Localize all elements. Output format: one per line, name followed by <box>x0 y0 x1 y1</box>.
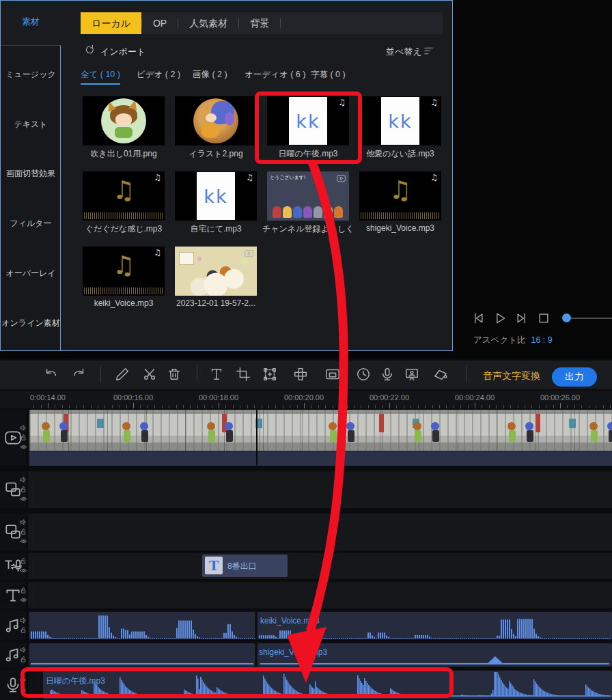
add-text-button[interactable] <box>209 367 224 382</box>
track-7-lane[interactable]: shigeki_Voice.mp3 <box>28 643 612 667</box>
track-8-lane[interactable]: 日曜の午後.mp3 <box>28 670 612 700</box>
character-sprite <box>507 422 516 442</box>
lock-open-icon[interactable] <box>20 626 27 634</box>
filter-tab-2[interactable]: 画像 ( 2 ) <box>193 69 227 83</box>
filter-tab-3[interactable]: オーディオ ( 6 ) <box>245 69 305 83</box>
edit-button[interactable] <box>115 367 130 382</box>
eye-icon[interactable] <box>20 596 27 604</box>
track-2-lane[interactable] <box>28 471 612 508</box>
stop-button[interactable] <box>537 311 551 325</box>
record-voice-button[interactable] <box>380 367 395 382</box>
undo-button[interactable] <box>44 367 59 382</box>
track-3-lane[interactable] <box>28 514 612 550</box>
text-clip[interactable]: T8番出口 <box>202 555 288 577</box>
import-icon[interactable] <box>83 44 95 56</box>
music-note-icon: ♫ <box>338 98 346 107</box>
track-5-lane[interactable] <box>28 582 612 608</box>
lock-open-icon[interactable] <box>20 557 27 565</box>
previous-frame-icon <box>471 311 485 325</box>
filter-tab-4[interactable]: 字幕 ( 0 ) <box>311 69 346 83</box>
timeline-ruler[interactable]: 0:00:14.0000:00:16.0000:00:18.0000:00:20… <box>0 391 612 408</box>
transform-button[interactable] <box>262 367 277 382</box>
eye-icon[interactable] <box>20 443 27 451</box>
speaker-icon[interactable] <box>20 424 27 432</box>
sidebar-item-2[interactable]: 画面切替効果 <box>1 168 61 180</box>
speaker-icon[interactable] <box>20 518 27 526</box>
export-button[interactable]: 出力 <box>552 367 597 387</box>
sidebar-item-5[interactable]: オンライン素材 <box>1 318 61 329</box>
pip-button[interactable] <box>325 367 340 382</box>
eye-icon[interactable] <box>20 567 27 574</box>
media-item-7[interactable]: とうございます!チャンネル登録よろしく... <box>267 171 349 221</box>
speaker-icon[interactable] <box>20 476 27 484</box>
track-header-6 <box>0 611 27 640</box>
split-arrange-button[interactable] <box>293 367 308 382</box>
ruler-tick <box>460 405 461 408</box>
lock-open-icon[interactable] <box>20 587 27 594</box>
redo-button[interactable] <box>71 367 86 382</box>
speaker-icon[interactable] <box>20 646 27 654</box>
media-item-8[interactable]: ♫♫shigeki_Voice.mp3 <box>359 171 441 221</box>
ruler-tick <box>574 405 575 408</box>
screen-record-icon <box>404 367 419 382</box>
tab-人気素材[interactable]: 人気素材 <box>178 12 238 34</box>
split-arrange-icon <box>293 367 308 382</box>
eye-icon[interactable] <box>20 495 27 503</box>
speaker-icon[interactable] <box>20 617 27 624</box>
preview-slider-track[interactable] <box>571 318 612 319</box>
video-clip-filmstrip[interactable] <box>29 410 612 451</box>
lock-open-icon[interactable] <box>20 528 27 535</box>
import-button[interactable]: インポート <box>100 46 145 58</box>
character-sprite <box>225 422 234 442</box>
media-item-5[interactable]: ♫♫ぐだぐだな感じ.mp3 <box>83 171 165 221</box>
media-item-thumbnail: kk♫ <box>267 96 349 145</box>
lock-open-icon[interactable] <box>20 656 27 663</box>
next-frame-button[interactable] <box>515 311 529 325</box>
ruler-tick <box>69 405 70 408</box>
ruler-tick <box>596 405 596 408</box>
tab-背景[interactable]: 背景 <box>239 12 280 34</box>
speaker-icon[interactable] <box>20 676 27 684</box>
speech-to-text-button[interactable]: 音声文字変換 <box>483 370 540 382</box>
tab-OP[interactable]: OP <box>142 12 178 34</box>
media-item-6[interactable]: kk♫自宅にて.mp3 <box>175 171 257 221</box>
character-sprite <box>431 422 440 442</box>
sort-icon[interactable] <box>423 45 434 57</box>
media-item-9[interactable]: ♫♫keiki_Voice.mp3 <box>83 247 165 296</box>
sidebar-item-1[interactable]: テキスト <box>1 119 61 130</box>
previous-frame-button[interactable] <box>471 311 485 325</box>
ruler-tick <box>190 405 191 408</box>
media-item-1[interactable]: 吹き出し01用.png <box>83 96 165 145</box>
lock-open-icon[interactable] <box>20 686 27 693</box>
sidebar-item-4[interactable]: オーバーレイ <box>1 268 61 279</box>
media-item-4[interactable]: kk♫他愛のない話.mp3 <box>359 96 441 145</box>
play-button[interactable] <box>493 311 507 325</box>
filter-tab-0[interactable]: 全て ( 10 ) <box>81 69 120 85</box>
eye-icon[interactable] <box>20 537 27 545</box>
sidebar-item-material[interactable]: 素材 <box>1 16 61 28</box>
aspect-ratio-value[interactable]: 16 : 9 <box>531 335 552 345</box>
track-1-lane[interactable] <box>28 410 612 466</box>
media-item-3[interactable]: kk♫日曜の午後.mp3 <box>267 96 349 145</box>
media-item-2[interactable]: イラスト2.png <box>175 96 257 145</box>
delete-button[interactable] <box>167 367 182 382</box>
filter-tab-1[interactable]: ビデオ ( 2 ) <box>137 69 180 83</box>
lock-open-icon[interactable] <box>20 434 27 441</box>
crop-button[interactable] <box>236 367 251 382</box>
toolbar-divider <box>100 366 101 382</box>
cut-button[interactable] <box>142 367 157 382</box>
track-4-lane[interactable]: T8番出口 <box>28 553 612 579</box>
unlock-icon <box>20 557 27 565</box>
sort-button[interactable]: 並べ替え <box>386 46 422 58</box>
track-6-lane[interactable]: keiki_Voice.mp3 <box>28 611 612 640</box>
chroma-key-button[interactable] <box>433 367 448 382</box>
screen-record-button[interactable] <box>404 367 419 382</box>
preview-slider-handle[interactable] <box>562 313 571 322</box>
sidebar-item-3[interactable]: フィルター <box>1 218 61 229</box>
sidebar-item-0[interactable]: ミュージック <box>1 69 61 81</box>
lock-open-icon[interactable] <box>20 486 27 493</box>
unlock-icon <box>20 626 27 634</box>
speed-button[interactable] <box>356 367 371 382</box>
tab-ローカル[interactable]: ローカル <box>81 12 141 34</box>
media-item-10[interactable]: 2023-12-01 19-57-2... <box>175 247 257 296</box>
